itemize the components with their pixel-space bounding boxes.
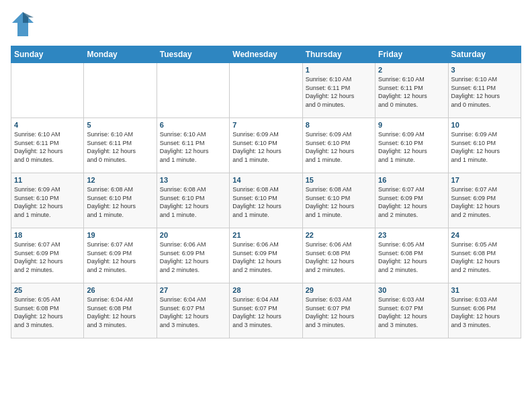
day-number: 26 bbox=[87, 286, 153, 294]
day-info: Sunrise: 6:04 AM Sunset: 6:08 PM Dayligh… bbox=[87, 295, 153, 329]
calendar-cell: 11Sunrise: 6:09 AM Sunset: 6:10 PM Dayli… bbox=[11, 173, 84, 228]
calendar-cell: 7Sunrise: 6:09 AM Sunset: 6:10 PM Daylig… bbox=[230, 118, 302, 173]
day-info: Sunrise: 6:08 AM Sunset: 6:10 PM Dayligh… bbox=[87, 185, 153, 219]
day-number: 2 bbox=[378, 66, 445, 74]
day-number: 27 bbox=[160, 286, 226, 294]
day-number: 25 bbox=[14, 286, 81, 294]
day-number: 21 bbox=[232, 231, 299, 239]
col-header-monday: Monday bbox=[84, 46, 157, 63]
calendar-cell: 26Sunrise: 6:04 AM Sunset: 6:08 PM Dayli… bbox=[84, 283, 157, 338]
day-number: 12 bbox=[87, 176, 153, 184]
logo bbox=[11, 11, 36, 40]
day-info: Sunrise: 6:10 AM Sunset: 6:11 PM Dayligh… bbox=[160, 130, 226, 164]
day-number: 20 bbox=[160, 231, 226, 239]
calendar-cell: 18Sunrise: 6:07 AM Sunset: 6:09 PM Dayli… bbox=[11, 228, 84, 283]
calendar-cell: 3Sunrise: 6:10 AM Sunset: 6:11 PM Daylig… bbox=[448, 63, 521, 118]
week-row-5: 25Sunrise: 6:05 AM Sunset: 6:08 PM Dayli… bbox=[11, 283, 521, 338]
calendar-cell: 23Sunrise: 6:05 AM Sunset: 6:08 PM Dayli… bbox=[375, 228, 448, 283]
calendar-cell: 29Sunrise: 6:03 AM Sunset: 6:07 PM Dayli… bbox=[302, 283, 375, 338]
calendar-cell: 19Sunrise: 6:07 AM Sunset: 6:09 PM Dayli… bbox=[84, 228, 157, 283]
calendar-cell: 4Sunrise: 6:10 AM Sunset: 6:11 PM Daylig… bbox=[11, 118, 84, 173]
calendar-cell: 6Sunrise: 6:10 AM Sunset: 6:11 PM Daylig… bbox=[157, 118, 229, 173]
day-number: 15 bbox=[306, 176, 372, 184]
day-info: Sunrise: 6:10 AM Sunset: 6:11 PM Dayligh… bbox=[306, 75, 372, 109]
day-number: 18 bbox=[14, 231, 81, 239]
col-header-friday: Friday bbox=[375, 46, 448, 63]
day-info: Sunrise: 6:03 AM Sunset: 6:07 PM Dayligh… bbox=[378, 295, 445, 329]
day-info: Sunrise: 6:10 AM Sunset: 6:11 PM Dayligh… bbox=[14, 130, 81, 164]
calendar-cell: 14Sunrise: 6:08 AM Sunset: 6:10 PM Dayli… bbox=[230, 173, 302, 228]
day-info: Sunrise: 6:07 AM Sunset: 6:09 PM Dayligh… bbox=[451, 185, 518, 219]
day-info: Sunrise: 6:10 AM Sunset: 6:11 PM Dayligh… bbox=[378, 75, 445, 109]
week-row-3: 11Sunrise: 6:09 AM Sunset: 6:10 PM Dayli… bbox=[11, 173, 521, 228]
day-info: Sunrise: 6:09 AM Sunset: 6:10 PM Dayligh… bbox=[232, 130, 299, 164]
week-row-4: 18Sunrise: 6:07 AM Sunset: 6:09 PM Dayli… bbox=[11, 228, 521, 283]
calendar-cell: 27Sunrise: 6:04 AM Sunset: 6:07 PM Dayli… bbox=[157, 283, 229, 338]
calendar-cell: 5Sunrise: 6:10 AM Sunset: 6:11 PM Daylig… bbox=[84, 118, 157, 173]
day-number: 24 bbox=[451, 231, 518, 239]
day-info: Sunrise: 6:05 AM Sunset: 6:08 PM Dayligh… bbox=[451, 240, 518, 274]
col-header-saturday: Saturday bbox=[448, 46, 521, 63]
day-number: 11 bbox=[14, 176, 81, 184]
day-number: 7 bbox=[232, 121, 299, 129]
calendar-header-row: SundayMondayTuesdayWednesdayThursdayFrid… bbox=[11, 46, 521, 63]
day-number: 29 bbox=[306, 286, 372, 294]
calendar-cell: 21Sunrise: 6:06 AM Sunset: 6:09 PM Dayli… bbox=[230, 228, 302, 283]
calendar-cell bbox=[230, 63, 302, 118]
day-info: Sunrise: 6:09 AM Sunset: 6:10 PM Dayligh… bbox=[451, 130, 518, 164]
day-info: Sunrise: 6:06 AM Sunset: 6:09 PM Dayligh… bbox=[160, 240, 226, 274]
day-number: 22 bbox=[306, 231, 372, 239]
day-info: Sunrise: 6:07 AM Sunset: 6:09 PM Dayligh… bbox=[14, 240, 81, 274]
calendar-cell: 31Sunrise: 6:03 AM Sunset: 6:06 PM Dayli… bbox=[448, 283, 521, 338]
calendar-cell: 24Sunrise: 6:05 AM Sunset: 6:08 PM Dayli… bbox=[448, 228, 521, 283]
calendar-cell: 16Sunrise: 6:07 AM Sunset: 6:09 PM Dayli… bbox=[375, 173, 448, 228]
calendar-cell: 20Sunrise: 6:06 AM Sunset: 6:09 PM Dayli… bbox=[157, 228, 229, 283]
calendar-cell: 1Sunrise: 6:10 AM Sunset: 6:11 PM Daylig… bbox=[302, 63, 375, 118]
week-row-2: 4Sunrise: 6:10 AM Sunset: 6:11 PM Daylig… bbox=[11, 118, 521, 173]
day-info: Sunrise: 6:08 AM Sunset: 6:10 PM Dayligh… bbox=[306, 185, 372, 219]
day-number: 16 bbox=[378, 176, 445, 184]
page-header bbox=[11, 11, 521, 40]
logo-bird-icon bbox=[11, 11, 35, 40]
day-info: Sunrise: 6:03 AM Sunset: 6:06 PM Dayligh… bbox=[451, 295, 518, 329]
day-info: Sunrise: 6:05 AM Sunset: 6:08 PM Dayligh… bbox=[378, 240, 445, 274]
day-number: 19 bbox=[87, 231, 153, 239]
day-number: 23 bbox=[378, 231, 445, 239]
day-info: Sunrise: 6:06 AM Sunset: 6:08 PM Dayligh… bbox=[306, 240, 372, 274]
calendar-cell: 2Sunrise: 6:10 AM Sunset: 6:11 PM Daylig… bbox=[375, 63, 448, 118]
calendar-cell: 25Sunrise: 6:05 AM Sunset: 6:08 PM Dayli… bbox=[11, 283, 84, 338]
week-row-1: 1Sunrise: 6:10 AM Sunset: 6:11 PM Daylig… bbox=[11, 63, 521, 118]
day-number: 6 bbox=[160, 121, 226, 129]
day-info: Sunrise: 6:08 AM Sunset: 6:10 PM Dayligh… bbox=[232, 185, 299, 219]
day-number: 13 bbox=[160, 176, 226, 184]
day-info: Sunrise: 6:10 AM Sunset: 6:11 PM Dayligh… bbox=[451, 75, 518, 109]
col-header-thursday: Thursday bbox=[302, 46, 375, 63]
day-info: Sunrise: 6:06 AM Sunset: 6:09 PM Dayligh… bbox=[232, 240, 299, 274]
day-info: Sunrise: 6:04 AM Sunset: 6:07 PM Dayligh… bbox=[232, 295, 299, 329]
day-info: Sunrise: 6:10 AM Sunset: 6:11 PM Dayligh… bbox=[87, 130, 153, 164]
day-number: 5 bbox=[87, 121, 153, 129]
day-number: 14 bbox=[232, 176, 299, 184]
day-info: Sunrise: 6:09 AM Sunset: 6:10 PM Dayligh… bbox=[378, 130, 445, 164]
calendar-cell: 8Sunrise: 6:09 AM Sunset: 6:10 PM Daylig… bbox=[302, 118, 375, 173]
day-number: 9 bbox=[378, 121, 445, 129]
day-info: Sunrise: 6:05 AM Sunset: 6:08 PM Dayligh… bbox=[14, 295, 81, 329]
day-number: 10 bbox=[451, 121, 518, 129]
col-header-wednesday: Wednesday bbox=[230, 46, 302, 63]
calendar-cell: 30Sunrise: 6:03 AM Sunset: 6:07 PM Dayli… bbox=[375, 283, 448, 338]
calendar-table: SundayMondayTuesdayWednesdayThursdayFrid… bbox=[11, 46, 521, 338]
day-info: Sunrise: 6:07 AM Sunset: 6:09 PM Dayligh… bbox=[87, 240, 153, 274]
calendar-cell: 10Sunrise: 6:09 AM Sunset: 6:10 PM Dayli… bbox=[448, 118, 521, 173]
col-header-sunday: Sunday bbox=[11, 46, 84, 63]
day-number: 28 bbox=[232, 286, 299, 294]
calendar-cell bbox=[11, 63, 84, 118]
calendar-cell: 15Sunrise: 6:08 AM Sunset: 6:10 PM Dayli… bbox=[302, 173, 375, 228]
calendar-cell: 13Sunrise: 6:08 AM Sunset: 6:10 PM Dayli… bbox=[157, 173, 229, 228]
day-number: 30 bbox=[378, 286, 445, 294]
day-number: 8 bbox=[306, 121, 372, 129]
day-number: 17 bbox=[451, 176, 518, 184]
day-info: Sunrise: 6:09 AM Sunset: 6:10 PM Dayligh… bbox=[306, 130, 372, 164]
day-info: Sunrise: 6:03 AM Sunset: 6:07 PM Dayligh… bbox=[306, 295, 372, 329]
calendar-cell: 22Sunrise: 6:06 AM Sunset: 6:08 PM Dayli… bbox=[302, 228, 375, 283]
day-info: Sunrise: 6:04 AM Sunset: 6:07 PM Dayligh… bbox=[160, 295, 226, 329]
